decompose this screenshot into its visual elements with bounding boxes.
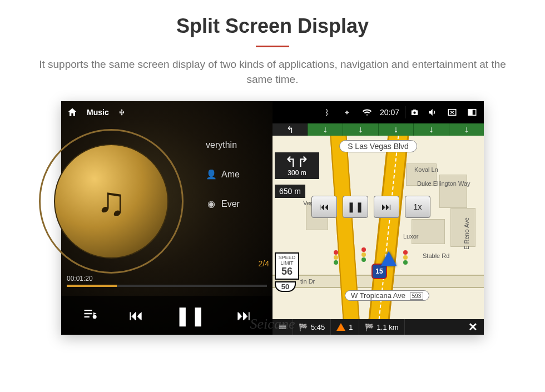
traffic-light-icon <box>361 247 367 262</box>
person-icon: 👤 <box>206 169 217 180</box>
nav-close-button[interactable]: ✕ <box>462 319 484 335</box>
volume-icon[interactable] <box>425 106 439 118</box>
turn-arrow-icon: ↰↱ <box>276 155 318 169</box>
playlist-button[interactable] <box>82 306 98 325</box>
traffic-light-icon <box>403 250 409 265</box>
split-screen-icon[interactable] <box>465 106 479 118</box>
status-time: 20:07 <box>380 108 399 117</box>
menu-button[interactable] <box>272 319 293 335</box>
next-distance: 650 m <box>275 185 305 198</box>
street-label: Koval Ln <box>414 166 438 173</box>
distance-cell: 🏁 1.1 km <box>359 319 405 335</box>
traffic-light-icon <box>334 250 339 265</box>
street-label: E Reno Ave <box>463 217 470 250</box>
building <box>439 175 467 208</box>
prev-button[interactable]: ⏮ <box>129 307 143 324</box>
current-street-sign: S Las Vegas Blvd <box>339 140 417 152</box>
music-notes-icon: ♫ <box>96 178 126 224</box>
track-album-row: ◉ Ever <box>206 199 272 209</box>
warning-cell[interactable]: 1 <box>331 319 359 335</box>
nav-rate-button[interactable]: 1x <box>405 196 430 218</box>
tropicana-exit: 593 <box>410 292 424 300</box>
close-window-icon[interactable] <box>445 106 459 118</box>
pause-button[interactable]: ❚❚ <box>175 304 206 326</box>
music-status-bar: Music <box>61 101 272 123</box>
lane-5: ↓ <box>449 123 484 136</box>
lane-3: ↓ <box>379 123 414 136</box>
track-title-row: verythin <box>206 140 272 150</box>
interstate-shield: 15 <box>371 264 387 279</box>
flag-icon: 🏁 <box>299 323 308 331</box>
warning-count: 1 <box>349 323 353 331</box>
turn-instruction: ↰↱ 300 m <box>275 152 319 179</box>
screenshot-icon[interactable] <box>405 106 419 118</box>
lane-4: ↓ <box>414 123 449 136</box>
vehicle-cursor-icon <box>381 251 397 266</box>
speed-limit-label: SPEED LIMIT <box>276 255 298 266</box>
music-controls: ⏮ ❚❚ ⏭ <box>61 296 272 335</box>
nav-status-bar: ᛒ ⌖ 20:07 <box>272 101 484 123</box>
music-app-label: Music <box>87 108 109 117</box>
map-area[interactable]: ↰↱ 300 m 650 m SPEED LIMIT 56 50 15 Kova… <box>272 136 484 319</box>
track-list: verythin 👤 Ame ◉ Ever <box>206 140 272 209</box>
lane-0: ↰ <box>272 123 308 136</box>
title-underline <box>256 46 289 47</box>
track-artist-row: 👤 Ame <box>206 169 272 180</box>
distance-remaining: 1.1 km <box>377 323 399 331</box>
street-label: Duke Ellington Way <box>417 180 470 187</box>
lane-guidance-bar: ↰ ↓ ↓ ↓ ↓ ↓ <box>272 123 484 136</box>
street-label: Stable Rd <box>423 252 449 259</box>
highway-shield: 50 <box>275 281 296 292</box>
progress-fill <box>67 285 117 287</box>
eta-cell: 🏁 5:45 <box>293 319 331 335</box>
page-title: Split Screen Display <box>0 14 545 38</box>
bluetooth-icon: ᛒ <box>320 106 334 118</box>
music-pane: Music ♫ verythin 👤 Ame ◉ Ever <box>61 101 272 335</box>
eta-value: 5:45 <box>311 323 325 331</box>
progress-area: 00:01:20 <box>61 275 272 287</box>
track-album: Ever <box>221 199 240 209</box>
nav-prev-button[interactable]: ⏮ <box>311 196 337 218</box>
lane-2: ↓ <box>343 123 379 136</box>
nav-bottom-bar: 🏁 5:45 1 🏁 1.1 km ✕ <box>272 319 484 335</box>
warning-icon <box>336 323 345 331</box>
album-art: ♫ <box>39 129 184 274</box>
split-screen-device: Music ♫ verythin 👤 Ame ◉ Ever <box>61 101 484 335</box>
track-artist: Ame <box>221 170 240 180</box>
nav-playback-controls: ⏮ ❚❚ ⏭ 1x <box>311 196 430 218</box>
turn-distance: 300 m <box>276 169 318 177</box>
tropicana-name: W Tropicana Ave <box>351 291 405 300</box>
page-description: It supports the same screen display of t… <box>28 57 517 87</box>
home-icon[interactable] <box>67 107 78 118</box>
svg-point-0 <box>93 315 97 319</box>
track-title: verythin <box>206 140 237 150</box>
progress-bar[interactable] <box>67 285 267 287</box>
tropicana-sign: W Tropicana Ave 593 <box>345 290 429 301</box>
poi-label: Luxor <box>403 233 419 240</box>
track-counter: 2/4 <box>259 259 269 268</box>
lane-1: ↓ <box>308 123 344 136</box>
checkered-flag-icon: 🏁 <box>365 323 374 331</box>
music-body: ♫ verythin 👤 Ame ◉ Ever 2/4 00:01:20 <box>61 123 272 290</box>
building <box>412 219 445 244</box>
usb-icon <box>118 107 126 117</box>
elapsed-time: 00:01:20 <box>67 275 93 282</box>
speed-limit-value: 56 <box>276 266 298 277</box>
location-icon: ⌖ <box>340 106 354 118</box>
speed-limit-sign: SPEED LIMIT 56 <box>275 252 299 280</box>
nav-pause-button[interactable]: ❚❚ <box>343 196 368 218</box>
wifi-icon <box>360 106 374 118</box>
nav-next-button[interactable]: ⏭ <box>374 196 399 218</box>
next-button[interactable]: ⏭ <box>237 307 251 324</box>
street-label: tin Dr <box>300 278 315 285</box>
svg-rect-4 <box>468 110 472 116</box>
record-icon: ◉ <box>206 199 217 209</box>
svg-point-1 <box>413 112 415 114</box>
navigation-pane: ᛒ ⌖ 20:07 ↰ ↓ ↓ ↓ ↓ ↓ <box>272 101 484 335</box>
